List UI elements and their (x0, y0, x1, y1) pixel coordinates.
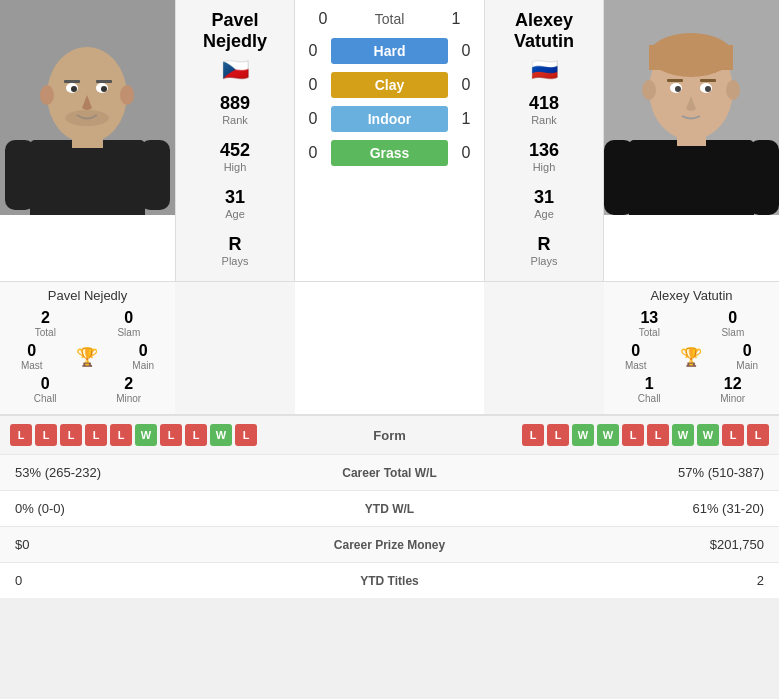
left-career-wl: 53% (265-232) (15, 465, 290, 480)
left-prize: $0 (15, 537, 290, 552)
form-result-badge: W (210, 424, 232, 446)
form-result-badge: L (35, 424, 57, 446)
svg-rect-29 (604, 140, 634, 215)
right-slam: 0 Slam (721, 309, 744, 338)
left-slam: 0 Slam (117, 309, 140, 338)
hard-row: 0 Hard 0 (303, 38, 476, 64)
right-center-stats: Alexey Vatutin 🇷🇺 418 Rank 136 High 31 A… (484, 0, 604, 281)
svg-rect-10 (64, 80, 80, 83)
svg-point-12 (65, 110, 109, 126)
left-player-avatar (0, 0, 175, 215)
svg-rect-14 (140, 140, 170, 210)
form-result-badge: L (185, 424, 207, 446)
form-result-badge: L (747, 424, 769, 446)
left-titles: 0 (15, 573, 290, 588)
form-result-badge: L (622, 424, 644, 446)
svg-rect-22 (649, 45, 733, 70)
form-result-badge: W (597, 424, 619, 446)
right-trophy-icon: 🏆 (680, 346, 702, 368)
svg-point-9 (101, 86, 107, 92)
left-high: 452 High (220, 140, 250, 173)
svg-point-5 (120, 85, 134, 105)
right-plays: R Plays (531, 234, 558, 267)
svg-point-4 (40, 85, 54, 105)
right-mast: 0 Mast (625, 342, 647, 371)
right-career-wl: 57% (510-387) (490, 465, 765, 480)
left-mast-main-row: 0 Mast 🏆 0 Main (4, 342, 171, 371)
svg-rect-1 (30, 140, 145, 215)
right-rank: 418 Rank (529, 93, 559, 126)
career-wl-label: Career Total W/L (290, 466, 490, 480)
left-chall: 0 Chall (34, 375, 57, 404)
left-player-name-label: Pavel Nejedly (4, 288, 171, 303)
right-main: 0 Main (736, 342, 758, 371)
right-high: 136 High (529, 140, 559, 173)
left-name-header: Pavel Nejedly (203, 10, 267, 52)
total-row: 0 Total 1 (303, 10, 476, 28)
right-titles: 2 (490, 573, 765, 588)
form-result-badge: W (572, 424, 594, 446)
svg-rect-27 (667, 79, 683, 82)
left-total: 2 Total (35, 309, 56, 338)
names-stats-row: Pavel Nejedly 2 Total 0 Slam 0 Mast 🏆 (0, 281, 779, 414)
right-player-name-label: Alexey Vatutin (608, 288, 775, 303)
right-age: 31 Age (534, 187, 554, 220)
left-ytd-wl: 0% (0-0) (15, 501, 290, 516)
svg-point-8 (71, 86, 77, 92)
ytd-wl-label: YTD W/L (290, 502, 490, 516)
left-name-stats: Pavel Nejedly 2 Total 0 Slam 0 Mast 🏆 (0, 282, 175, 414)
svg-point-26 (705, 86, 711, 92)
form-result-badge: W (672, 424, 694, 446)
form-label: Form (330, 428, 450, 443)
form-result-badge: L (10, 424, 32, 446)
prize-label: Career Prize Money (290, 538, 490, 552)
right-form-results: LLWWLLWWLL (450, 424, 770, 446)
left-plays: R Plays (222, 234, 249, 267)
svg-rect-28 (700, 79, 716, 82)
left-rank: 889 Rank (220, 93, 250, 126)
right-name-header: Alexey Vatutin (514, 10, 574, 52)
form-result-badge: L (722, 424, 744, 446)
form-result-badge: L (522, 424, 544, 446)
right-photo (604, 0, 779, 215)
prize-row: $0 Career Prize Money $201,750 (0, 526, 779, 562)
left-photo (0, 0, 175, 215)
left-total-slam-row: 2 Total 0 Slam (4, 309, 171, 338)
form-result-badge: L (160, 424, 182, 446)
right-total: 13 Total (639, 309, 660, 338)
right-prize: $201,750 (490, 537, 765, 552)
form-section: LLLLLWLLWL Form LLWWLLWWLL (0, 414, 779, 454)
left-chall-minor-row: 0 Chall 2 Minor (4, 375, 171, 404)
svg-point-20 (726, 80, 740, 100)
left-flag: 🇨🇿 (222, 57, 249, 83)
svg-rect-16 (629, 140, 754, 215)
right-name-stats: Alexey Vatutin 13 Total 0 Slam 0 Mast 🏆 (604, 282, 779, 414)
left-center-stats: Pavel Nejedly 🇨🇿 889 Rank 452 High 31 Ag… (175, 0, 295, 281)
clay-row: 0 Clay 0 (303, 72, 476, 98)
form-result-badge: L (60, 424, 82, 446)
top-row: Pavel Nejedly 🇨🇿 889 Rank 452 High 31 Ag… (0, 0, 779, 281)
left-trophy-icon: 🏆 (76, 346, 98, 368)
form-result-badge: L (85, 424, 107, 446)
svg-rect-13 (5, 140, 35, 210)
right-minor: 12 Minor (720, 375, 745, 404)
surfaces-panel: 0 Total 1 0 Hard 0 0 Clay 0 0 Indoor 1 (295, 0, 484, 281)
svg-point-19 (642, 80, 656, 100)
form-result-badge: W (697, 424, 719, 446)
form-result-badge: W (135, 424, 157, 446)
titles-label: YTD Titles (290, 574, 490, 588)
right-chall: 1 Chall (638, 375, 661, 404)
form-result-badge: L (235, 424, 257, 446)
svg-point-25 (675, 86, 681, 92)
svg-rect-30 (749, 140, 779, 215)
left-mast: 0 Mast (21, 342, 43, 371)
right-flag: 🇷🇺 (531, 57, 558, 83)
left-age: 31 Age (225, 187, 245, 220)
left-form-results: LLLLLWLLWL (10, 424, 330, 446)
career-wl-row: 53% (265-232) Career Total W/L 57% (510-… (0, 454, 779, 490)
right-ytd-wl: 61% (31-20) (490, 501, 765, 516)
right-chall-minor-row: 1 Chall 12 Minor (608, 375, 775, 404)
form-result-badge: L (547, 424, 569, 446)
titles-row: 0 YTD Titles 2 (0, 562, 779, 598)
ytd-wl-row: 0% (0-0) YTD W/L 61% (31-20) (0, 490, 779, 526)
